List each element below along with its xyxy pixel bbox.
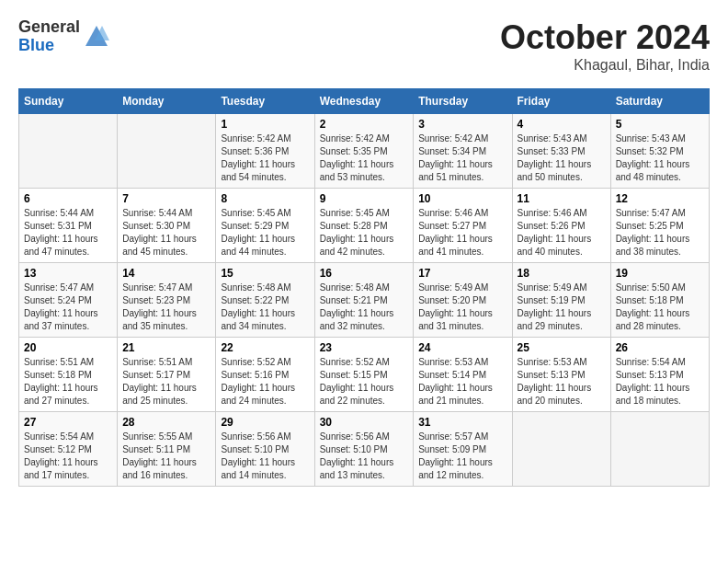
cell-info: Sunrise: 5:57 AM Sunset: 5:09 PM Dayligh… (418, 431, 506, 482)
day-number: 17 (418, 267, 506, 280)
calendar-cell: 17Sunrise: 5:49 AM Sunset: 5:20 PM Dayli… (414, 263, 512, 338)
calendar-week-2: 6Sunrise: 5:44 AM Sunset: 5:31 PM Daylig… (19, 189, 710, 263)
calendar-cell: 26Sunrise: 5:54 AM Sunset: 5:13 PM Dayli… (610, 338, 709, 412)
day-number: 1 (221, 118, 309, 131)
logo: General Blue (18, 18, 109, 55)
cell-info: Sunrise: 5:52 AM Sunset: 5:15 PM Dayligh… (320, 356, 409, 408)
cell-info: Sunrise: 5:47 AM Sunset: 5:24 PM Dayligh… (24, 282, 112, 333)
month-title: October 2024 (500, 18, 710, 57)
weekday-header-saturday: Saturday (610, 89, 709, 114)
cell-info: Sunrise: 5:50 AM Sunset: 5:18 PM Dayligh… (616, 282, 704, 333)
day-number: 5 (616, 118, 704, 131)
cell-info: Sunrise: 5:46 AM Sunset: 5:27 PM Dayligh… (418, 207, 506, 259)
calendar-table: SundayMondayTuesdayWednesdayThursdayFrid… (18, 88, 710, 487)
page-header: General Blue October 2024 Khagaul, Bihar… (18, 18, 710, 74)
calendar-cell: 7Sunrise: 5:44 AM Sunset: 5:30 PM Daylig… (118, 189, 216, 263)
logo-blue-text: Blue (18, 37, 80, 55)
location: Khagaul, Bihar, India (500, 57, 710, 74)
cell-info: Sunrise: 5:55 AM Sunset: 5:11 PM Dayligh… (122, 431, 210, 482)
day-number: 11 (518, 192, 606, 205)
day-number: 12 (616, 192, 704, 205)
cell-info: Sunrise: 5:53 AM Sunset: 5:14 PM Dayligh… (418, 356, 506, 408)
calendar-cell: 10Sunrise: 5:46 AM Sunset: 5:27 PM Dayli… (414, 189, 512, 263)
title-block: October 2024 Khagaul, Bihar, India (500, 18, 710, 74)
calendar-cell (118, 114, 216, 189)
day-number: 31 (418, 416, 506, 429)
calendar-cell: 31Sunrise: 5:57 AM Sunset: 5:09 PM Dayli… (414, 412, 512, 487)
calendar-cell: 25Sunrise: 5:53 AM Sunset: 5:13 PM Dayli… (512, 338, 610, 412)
calendar-cell: 14Sunrise: 5:47 AM Sunset: 5:23 PM Dayli… (118, 263, 216, 338)
calendar-cell (19, 114, 118, 189)
day-number: 20 (24, 341, 112, 354)
calendar-week-1: 1Sunrise: 5:42 AM Sunset: 5:36 PM Daylig… (19, 114, 710, 189)
calendar-cell: 9Sunrise: 5:45 AM Sunset: 5:28 PM Daylig… (314, 189, 414, 263)
calendar-cell: 11Sunrise: 5:46 AM Sunset: 5:26 PM Dayli… (512, 189, 610, 263)
cell-info: Sunrise: 5:45 AM Sunset: 5:29 PM Dayligh… (221, 207, 309, 259)
cell-info: Sunrise: 5:54 AM Sunset: 5:12 PM Dayligh… (24, 431, 112, 482)
cell-info: Sunrise: 5:49 AM Sunset: 5:20 PM Dayligh… (418, 282, 506, 333)
calendar-cell: 1Sunrise: 5:42 AM Sunset: 5:36 PM Daylig… (216, 114, 314, 189)
day-number: 24 (418, 341, 506, 354)
calendar-cell: 30Sunrise: 5:56 AM Sunset: 5:10 PM Dayli… (314, 412, 414, 487)
cell-info: Sunrise: 5:48 AM Sunset: 5:22 PM Dayligh… (221, 282, 309, 333)
calendar-cell: 2Sunrise: 5:42 AM Sunset: 5:35 PM Daylig… (314, 114, 414, 189)
cell-info: Sunrise: 5:46 AM Sunset: 5:26 PM Dayligh… (518, 207, 606, 259)
day-number: 27 (24, 416, 112, 429)
cell-info: Sunrise: 5:42 AM Sunset: 5:34 PM Dayligh… (418, 132, 506, 184)
calendar-cell: 5Sunrise: 5:43 AM Sunset: 5:32 PM Daylig… (610, 114, 709, 189)
calendar-cell: 6Sunrise: 5:44 AM Sunset: 5:31 PM Daylig… (19, 189, 118, 263)
day-number: 29 (221, 416, 309, 429)
weekday-header-thursday: Thursday (414, 89, 512, 114)
calendar-cell: 20Sunrise: 5:51 AM Sunset: 5:18 PM Dayli… (19, 338, 118, 412)
cell-info: Sunrise: 5:44 AM Sunset: 5:30 PM Dayligh… (122, 207, 210, 259)
day-number: 4 (518, 118, 606, 131)
day-number: 6 (24, 192, 112, 205)
logo-general-text: General (18, 18, 80, 37)
day-number: 15 (221, 267, 309, 280)
cell-info: Sunrise: 5:49 AM Sunset: 5:19 PM Dayligh… (518, 282, 606, 333)
calendar-cell: 15Sunrise: 5:48 AM Sunset: 5:22 PM Dayli… (216, 263, 314, 338)
day-number: 21 (122, 341, 210, 354)
cell-info: Sunrise: 5:43 AM Sunset: 5:33 PM Dayligh… (518, 132, 606, 184)
cell-info: Sunrise: 5:56 AM Sunset: 5:10 PM Dayligh… (221, 431, 309, 482)
calendar-cell: 4Sunrise: 5:43 AM Sunset: 5:33 PM Daylig… (512, 114, 610, 189)
cell-info: Sunrise: 5:47 AM Sunset: 5:25 PM Dayligh… (616, 207, 704, 259)
day-number: 2 (320, 118, 409, 131)
day-number: 7 (122, 192, 210, 205)
day-number: 16 (320, 267, 409, 280)
day-number: 10 (418, 192, 506, 205)
cell-info: Sunrise: 5:48 AM Sunset: 5:21 PM Dayligh… (320, 282, 409, 333)
cell-info: Sunrise: 5:45 AM Sunset: 5:28 PM Dayligh… (320, 207, 409, 259)
day-number: 3 (418, 118, 506, 131)
day-number: 30 (320, 416, 409, 429)
cell-info: Sunrise: 5:42 AM Sunset: 5:35 PM Dayligh… (320, 132, 409, 184)
cell-info: Sunrise: 5:51 AM Sunset: 5:17 PM Dayligh… (122, 356, 210, 408)
calendar-cell (512, 412, 610, 487)
calendar-week-3: 13Sunrise: 5:47 AM Sunset: 5:24 PM Dayli… (19, 263, 710, 338)
weekday-header-wednesday: Wednesday (314, 89, 414, 114)
weekday-header-row: SundayMondayTuesdayWednesdayThursdayFrid… (19, 89, 710, 114)
calendar-cell: 22Sunrise: 5:52 AM Sunset: 5:16 PM Dayli… (216, 338, 314, 412)
day-number: 28 (122, 416, 210, 429)
day-number: 22 (221, 341, 309, 354)
weekday-header-monday: Monday (118, 89, 216, 114)
calendar-cell: 16Sunrise: 5:48 AM Sunset: 5:21 PM Dayli… (314, 263, 414, 338)
cell-info: Sunrise: 5:52 AM Sunset: 5:16 PM Dayligh… (221, 356, 309, 408)
cell-info: Sunrise: 5:47 AM Sunset: 5:23 PM Dayligh… (122, 282, 210, 333)
day-number: 8 (221, 192, 309, 205)
day-number: 14 (122, 267, 210, 280)
calendar-cell: 27Sunrise: 5:54 AM Sunset: 5:12 PM Dayli… (19, 412, 118, 487)
calendar-cell: 19Sunrise: 5:50 AM Sunset: 5:18 PM Dayli… (610, 263, 709, 338)
calendar-cell: 21Sunrise: 5:51 AM Sunset: 5:17 PM Dayli… (118, 338, 216, 412)
cell-info: Sunrise: 5:51 AM Sunset: 5:18 PM Dayligh… (24, 356, 112, 408)
cell-info: Sunrise: 5:56 AM Sunset: 5:10 PM Dayligh… (320, 431, 409, 482)
calendar-week-4: 20Sunrise: 5:51 AM Sunset: 5:18 PM Dayli… (19, 338, 710, 412)
day-number: 25 (518, 341, 606, 354)
day-number: 26 (616, 341, 704, 354)
cell-info: Sunrise: 5:54 AM Sunset: 5:13 PM Dayligh… (616, 356, 704, 408)
weekday-header-tuesday: Tuesday (216, 89, 314, 114)
calendar-cell: 28Sunrise: 5:55 AM Sunset: 5:11 PM Dayli… (118, 412, 216, 487)
cell-info: Sunrise: 5:53 AM Sunset: 5:13 PM Dayligh… (518, 356, 606, 408)
calendar-cell: 24Sunrise: 5:53 AM Sunset: 5:14 PM Dayli… (414, 338, 512, 412)
calendar-cell: 18Sunrise: 5:49 AM Sunset: 5:19 PM Dayli… (512, 263, 610, 338)
